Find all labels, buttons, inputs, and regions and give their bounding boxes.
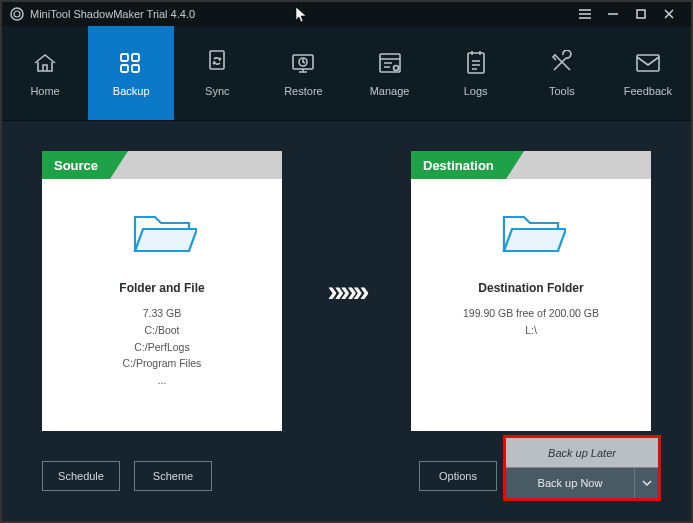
toolbar-home[interactable]: Home: [2, 26, 88, 120]
backup-dropdown-button[interactable]: [634, 468, 658, 498]
schedule-button[interactable]: Schedule: [42, 461, 120, 491]
svg-rect-1: [637, 10, 645, 18]
toolbar-label: Tools: [549, 85, 575, 97]
toolbar-label: Sync: [205, 85, 229, 97]
toolbar-manage[interactable]: Manage: [347, 26, 433, 120]
source-path: C:/Boot: [42, 322, 282, 339]
titlebar: MiniTool ShadowMaker Trial 4.4.0: [2, 2, 691, 26]
svg-rect-5: [132, 65, 139, 72]
tools-icon: [548, 49, 576, 77]
backup-icon: [117, 49, 145, 77]
backup-action-menu: Back up Later Back up Now: [503, 435, 661, 501]
toolbar-label: Feedback: [624, 85, 672, 97]
chevron-down-icon: [642, 478, 652, 488]
home-icon: [31, 49, 59, 77]
restore-icon: [289, 49, 317, 77]
destination-title: Destination Folder: [411, 281, 651, 295]
source-path: C:/PerfLogs: [42, 339, 282, 356]
toolbar-sync[interactable]: Sync: [174, 26, 260, 120]
options-button[interactable]: Options: [419, 461, 497, 491]
sync-icon: [205, 49, 229, 77]
toolbar-feedback[interactable]: Feedback: [605, 26, 691, 120]
svg-rect-2: [121, 54, 128, 61]
scheme-button[interactable]: Scheme: [134, 461, 212, 491]
folder-icon: [42, 203, 282, 263]
svg-rect-11: [468, 53, 484, 73]
source-title: Folder and File: [42, 281, 282, 295]
destination-panel[interactable]: Destination Destination Folder 199.90 GB…: [411, 151, 651, 431]
app-logo-icon: [10, 7, 24, 21]
destination-free: 199.90 GB free of 200.00 GB: [411, 305, 651, 322]
svg-rect-3: [132, 54, 139, 61]
toolbar-logs[interactable]: Logs: [433, 26, 519, 120]
destination-path: L:\: [411, 322, 651, 339]
source-size: 7.33 GB: [42, 305, 282, 322]
main-toolbar: Home Backup Sync Restore Manage: [2, 26, 691, 121]
toolbar-label: Restore: [284, 85, 323, 97]
logs-icon: [464, 49, 488, 77]
backup-now-button[interactable]: Back up Now: [506, 468, 634, 498]
manage-icon: [376, 49, 404, 77]
destination-tag: Destination: [411, 151, 506, 179]
toolbar-label: Logs: [464, 85, 488, 97]
source-panel[interactable]: Source Folder and File 7.33 GB C:/Boot C…: [42, 151, 282, 431]
svg-point-0: [11, 8, 23, 20]
toolbar-label: Manage: [370, 85, 410, 97]
toolbar-restore[interactable]: Restore: [260, 26, 346, 120]
chevron-right-icon: »»»: [327, 274, 365, 308]
toolbar-backup[interactable]: Backup: [88, 26, 174, 120]
toolbar-label: Home: [30, 85, 59, 97]
source-tag: Source: [42, 151, 110, 179]
minimize-icon[interactable]: [599, 7, 627, 21]
close-icon[interactable]: [655, 7, 683, 21]
maximize-icon[interactable]: [627, 7, 655, 21]
toolbar-label: Backup: [113, 85, 150, 97]
folder-icon: [411, 203, 651, 263]
feedback-icon: [634, 49, 662, 77]
toolbar-tools[interactable]: Tools: [519, 26, 605, 120]
app-title: MiniTool ShadowMaker Trial 4.4.0: [30, 8, 195, 20]
svg-rect-4: [121, 65, 128, 72]
svg-rect-6: [210, 51, 224, 69]
svg-rect-12: [637, 55, 659, 71]
source-path: C:/Program Files: [42, 355, 282, 372]
source-path-more: ...: [42, 372, 282, 389]
hamburger-menu-icon[interactable]: [571, 7, 599, 21]
backup-later-button[interactable]: Back up Later: [506, 438, 658, 468]
